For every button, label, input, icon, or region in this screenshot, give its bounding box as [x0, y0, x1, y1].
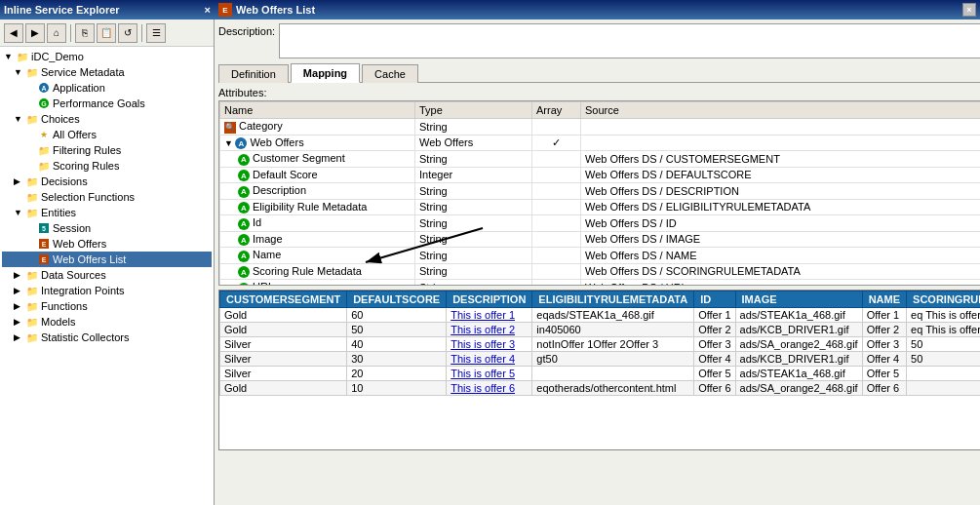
tree-item-performance-goals[interactable]: G Performance Goals: [2, 96, 212, 111]
tree-item-all-offers[interactable]: ★ All Offers: [2, 127, 212, 142]
expand-stat-collectors[interactable]: ▶: [14, 332, 23, 342]
tree-item-integration-points[interactable]: ▶ 📁 Integration Points: [2, 283, 212, 298]
tree-item-selection-functions[interactable]: 📁 Selection Functions: [2, 189, 212, 205]
refresh-btn[interactable]: ↺: [118, 23, 137, 43]
data-cell: This is offer 6: [447, 381, 532, 396]
data-col-header[interactable]: ELIGIBILITYRULEMETADATA: [532, 291, 694, 308]
data-col-header[interactable]: SCORINGRULEMETADATA: [907, 291, 980, 308]
data-cell: 20: [347, 367, 447, 381]
expand-integration-points[interactable]: ▶: [14, 286, 23, 295]
row-icon: A: [238, 186, 250, 198]
attrs-row[interactable]: AScoring Rule MetadataStringWeb Offers D…: [220, 263, 981, 280]
data-row[interactable]: Gold10This is offer 6eqotherads/othercon…: [220, 381, 981, 396]
col-array[interactable]: Array: [532, 102, 581, 119]
attr-type-cell: String: [415, 248, 532, 264]
data-row[interactable]: Silver30This is offer 4gt50Offer 4ads/KC…: [220, 352, 981, 367]
expand-service-metadata[interactable]: ▼: [14, 67, 23, 77]
attrs-row[interactable]: ACustomer SegmentStringWeb Offers DS / C…: [220, 151, 981, 168]
attrs-row[interactable]: ADescriptionStringWeb Offers DS / DESCRI…: [220, 183, 981, 200]
desc-link[interactable]: This is offer 5: [451, 368, 515, 379]
separator: [70, 24, 71, 42]
data-cell: Offer 1: [694, 308, 735, 323]
expand-choices[interactable]: ▼: [14, 114, 23, 124]
expand-data-sources[interactable]: ▶: [14, 270, 23, 280]
attr-type-cell: String: [415, 119, 532, 136]
right-close-btn[interactable]: ×: [962, 3, 976, 17]
tree-item-decisions[interactable]: ▶ 📁 Decisions: [2, 174, 212, 189]
tree-label-decisions: Decisions: [41, 175, 88, 187]
ise-titlebar: Inline Service Explorer ×: [0, 0, 215, 19]
attr-name-text: Image: [253, 233, 283, 245]
tab-definition[interactable]: Definition: [218, 64, 289, 83]
data-col-header[interactable]: ID: [694, 291, 735, 308]
attr-name-text: Default Score: [253, 169, 318, 180]
attrs-row[interactable]: AIdStringWeb Offers DS / ID: [220, 215, 981, 232]
expand-models[interactable]: ▶: [14, 317, 23, 327]
tree-item-idc-demo[interactable]: ▼ 📁 iDC_Demo: [2, 49, 212, 64]
row-icon: A: [238, 283, 250, 287]
desc-link[interactable]: This is offer 1: [451, 309, 515, 321]
tree-item-web-offers[interactable]: E Web Offers: [2, 236, 212, 252]
tree-item-scoring-rules[interactable]: 📁 Scoring Rules: [2, 158, 212, 174]
data-row[interactable]: Gold50This is offer 2in405060Offer 2ads/…: [220, 323, 981, 337]
forward-btn[interactable]: ▶: [25, 23, 45, 43]
desc-link[interactable]: This is offer 6: [451, 382, 515, 394]
tree-item-entities[interactable]: ▼ 📁 Entities: [2, 205, 212, 220]
home-btn[interactable]: ⌂: [47, 23, 66, 43]
tree-item-models[interactable]: ▶ 📁 Models: [2, 314, 212, 330]
attrs-row[interactable]: AURLStringWeb Offers DS / URL: [220, 280, 981, 287]
attr-source-cell: Web Offers DS / IMAGE: [581, 231, 981, 248]
data-col-header[interactable]: CUSTOMERSEGMENT: [220, 291, 347, 308]
tab-cache[interactable]: Cache: [362, 64, 418, 83]
tree-item-web-offers-list[interactable]: E Web Offers List: [2, 252, 212, 267]
expand-idc-demo[interactable]: ▼: [4, 52, 14, 61]
attr-source-cell: Web Offers DS / URL: [581, 280, 981, 287]
tree-item-session[interactable]: 5 Session: [2, 220, 212, 236]
attr-name-text: Description: [253, 184, 306, 196]
attrs-row[interactable]: ADefault ScoreIntegerWeb Offers DS / DEF…: [220, 167, 981, 183]
tree-item-service-metadata[interactable]: ▼ 📁 Service Metadata: [2, 64, 212, 80]
attrs-row[interactable]: ▼ AWeb OffersWeb Offers✓: [220, 135, 981, 151]
expand-entities[interactable]: ▼: [14, 208, 23, 217]
attrs-row[interactable]: ANameStringWeb Offers DS / NAME: [220, 248, 981, 264]
attributes-table: Name Type Array Source 🔍CategoryString▼ …: [219, 101, 980, 286]
row-icon: A: [238, 170, 250, 181]
data-row[interactable]: Silver40This is offer 3notInOffer 1Offer…: [220, 337, 981, 352]
attrs-row[interactable]: 🔍CategoryString: [220, 119, 981, 136]
copy-btn[interactable]: ⎘: [75, 23, 95, 43]
col-type[interactable]: Type: [415, 102, 532, 119]
tree-item-application[interactable]: A Application: [2, 80, 212, 96]
tree-item-data-sources[interactable]: ▶ 📁 Data Sources: [2, 267, 212, 283]
menu-btn[interactable]: ☰: [146, 23, 166, 43]
desc-link[interactable]: This is offer 3: [451, 338, 515, 350]
ise-close-btn[interactable]: ×: [205, 4, 211, 16]
paste-btn[interactable]: 📋: [97, 23, 116, 43]
row-expand[interactable]: ▼: [224, 138, 235, 148]
data-col-header[interactable]: DEFAULTSCORE: [347, 291, 447, 308]
data-col-header[interactable]: IMAGE: [735, 291, 862, 308]
tree-label-integration-points: Integration Points: [41, 285, 125, 296]
attrs-row[interactable]: AEligibility Rule MetadataStringWeb Offe…: [220, 199, 981, 215]
col-name[interactable]: Name: [220, 102, 415, 119]
expand-functions[interactable]: ▶: [14, 301, 23, 311]
data-cell: eqads/STEAK1a_468.gif: [532, 308, 694, 323]
row-icon: 🔍: [224, 122, 236, 134]
tab-mapping[interactable]: Mapping: [291, 63, 360, 83]
data-col-header[interactable]: DESCRIPTION: [447, 291, 532, 308]
back-btn[interactable]: ◀: [4, 23, 23, 43]
desc-link[interactable]: This is offer 4: [451, 353, 515, 365]
desc-link[interactable]: This is offer 2: [451, 324, 515, 335]
attrs-row[interactable]: AImageStringWeb Offers DS / IMAGE: [220, 231, 981, 248]
tree-item-choices[interactable]: ▼ 📁 Choices: [2, 111, 212, 127]
tree-label-all-offers: All Offers: [53, 129, 97, 140]
description-input-area[interactable]: ▲ ▼: [279, 23, 980, 58]
tree-item-functions[interactable]: ▶ 📁 Functions: [2, 298, 212, 314]
col-source[interactable]: Source: [581, 102, 981, 119]
tree-item-filtering-rules[interactable]: 📁 Filtering Rules: [2, 142, 212, 158]
data-row[interactable]: Gold60This is offer 1eqads/STEAK1a_468.g…: [220, 308, 981, 323]
expand-decisions[interactable]: ▶: [14, 176, 23, 186]
data-col-header[interactable]: NAME: [862, 291, 906, 308]
tree-item-statistic-collectors[interactable]: ▶ 📁 Statistic Collectors: [2, 330, 212, 345]
attr-name-cell: AScoring Rule Metadata: [220, 263, 415, 280]
data-row[interactable]: Silver20This is offer 5Offer 5ads/STEAK1…: [220, 367, 981, 381]
